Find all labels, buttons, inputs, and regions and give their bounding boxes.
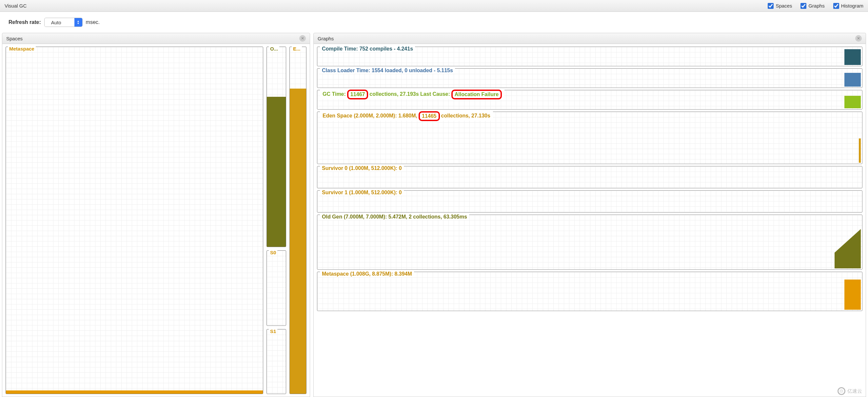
graph-compile-spark: [844, 49, 861, 65]
graph-metaspace-legend: Metaspace (1.008G, 8.875M): 8.394M: [320, 271, 414, 277]
checkbox-graphs-input[interactable]: [801, 3, 806, 9]
graph-oldgen-legend: Old Gen (7.000M, 7.000M): 5.472M, 2 coll…: [320, 214, 469, 220]
refresh-row: Refresh rate: Auto ▲▼ msec.: [0, 12, 868, 33]
graph-gc-mid: collections, 27.193s Last Cause:: [369, 91, 451, 97]
checkbox-spaces-label: Spaces: [776, 3, 792, 8]
checkbox-graphs[interactable]: Graphs: [801, 3, 825, 9]
graph-eden-spark: [859, 138, 861, 163]
graph-oldgen: Old Gen (7.000M, 7.000M): 5.472M, 2 coll…: [317, 215, 862, 270]
spaces-panel-body: Metaspace O... S0 S1: [2, 44, 310, 397]
graph-surv0: Survivor 0 (1.000M, 512.000K): 0: [317, 166, 862, 188]
graphs-panel: Graphs ✕ Compile Time: 752 compiles - 4.…: [313, 33, 866, 397]
highlight-eden-collections: 11465: [418, 111, 440, 121]
graph-loader-time: Class Loader Time: 1554 loaded, 0 unload…: [317, 68, 862, 88]
refresh-unit: msec.: [86, 19, 100, 25]
refresh-select[interactable]: Auto ▲▼: [44, 18, 83, 27]
highlight-gc-cause: Allocation Failure: [452, 90, 502, 100]
space-old-label: O...: [269, 46, 279, 52]
graph-metaspace-spark: [844, 280, 861, 310]
watermark: ۞ 亿速云: [838, 387, 862, 395]
graphs-panel-header: Graphs ✕: [313, 33, 866, 44]
close-icon[interactable]: ✕: [299, 35, 306, 42]
space-s1: S1: [267, 329, 286, 394]
graphs-panel-title: Graphs: [318, 36, 334, 41]
spaces-panel-header: Spaces ✕: [2, 33, 310, 44]
space-s1-label: S1: [269, 329, 277, 334]
checkbox-spaces-input[interactable]: [768, 3, 774, 9]
graph-compile-legend: Compile Time: 752 compiles - 4.241s: [320, 46, 415, 52]
graph-eden: Eden Space (2.000M, 2.000M): 1.680M, 114…: [317, 112, 862, 164]
refresh-label: Refresh rate:: [8, 19, 41, 25]
space-o-s-column: O... S0 S1: [267, 47, 286, 394]
graph-gc-spark: [844, 96, 861, 108]
graph-loader-legend: Class Loader Time: 1554 loaded, 0 unload…: [320, 67, 455, 74]
space-metaspace: Metaspace: [6, 47, 263, 394]
space-e-column: E...: [289, 47, 307, 394]
graph-oldgen-spark: [835, 229, 861, 268]
graphs-panel-body: Compile Time: 752 compiles - 4.241s Clas…: [313, 44, 866, 397]
refresh-select-value: Auto: [44, 19, 74, 26]
graph-gc-time: GC Time: 11467 collections, 27.193s Last…: [317, 90, 862, 110]
spaces-panel: Spaces ✕ Metaspace O... S0: [2, 33, 310, 397]
checkbox-histogram-label: Histogram: [841, 3, 863, 8]
space-old: O...: [267, 47, 286, 247]
space-eden-label: E...: [292, 46, 302, 52]
graph-eden-post: collections, 27.130s: [440, 113, 491, 119]
close-icon[interactable]: ✕: [855, 35, 862, 42]
checkbox-spaces[interactable]: Spaces: [768, 3, 792, 9]
graph-surv1-legend: Survivor 1 (1.000M, 512.000K): 0: [320, 190, 404, 196]
graph-loader-spark: [844, 73, 861, 87]
app-title: Visual GC: [5, 3, 27, 8]
graph-eden-pre: Eden Space (2.000M, 2.000M): 1.680M,: [322, 113, 418, 119]
graph-compile-time: Compile Time: 752 compiles - 4.241s: [317, 47, 862, 66]
graph-gc-pre: GC Time:: [322, 91, 346, 97]
space-eden-fill: [290, 89, 306, 394]
spaces-panel-title: Spaces: [6, 36, 23, 41]
view-toggle-group: Spaces Graphs Histogram: [768, 3, 863, 9]
checkbox-histogram[interactable]: Histogram: [833, 3, 863, 9]
watermark-text: 亿速云: [847, 388, 862, 394]
highlight-gc-collections: 11467: [347, 90, 368, 100]
space-metaspace-fill: [6, 391, 263, 394]
checkbox-histogram-input[interactable]: [833, 3, 839, 9]
chevron-updown-icon[interactable]: ▲▼: [74, 18, 82, 27]
space-old-fill: [267, 97, 286, 247]
main-split: Spaces ✕ Metaspace O... S0: [0, 33, 868, 397]
checkbox-graphs-label: Graphs: [808, 3, 825, 8]
space-eden: E...: [289, 47, 307, 394]
graph-surv0-legend: Survivor 0 (1.000M, 512.000K): 0: [320, 165, 404, 171]
space-s0-label: S0: [269, 250, 277, 255]
graph-metaspace: Metaspace (1.008G, 8.875M): 8.394M: [317, 272, 862, 311]
space-s0: S0: [267, 250, 286, 325]
graph-gc-legend: GC Time: 11467 collections, 27.193s Last…: [320, 89, 504, 99]
app-header: Visual GC Spaces Graphs Histogram: [0, 0, 868, 12]
graph-surv1: Survivor 1 (1.000M, 512.000K): 0: [317, 190, 862, 212]
watermark-icon: ۞: [838, 387, 845, 395]
space-metaspace-label: Metaspace: [8, 46, 36, 52]
graph-eden-legend: Eden Space (2.000M, 2.000M): 1.680M, 114…: [320, 111, 493, 121]
